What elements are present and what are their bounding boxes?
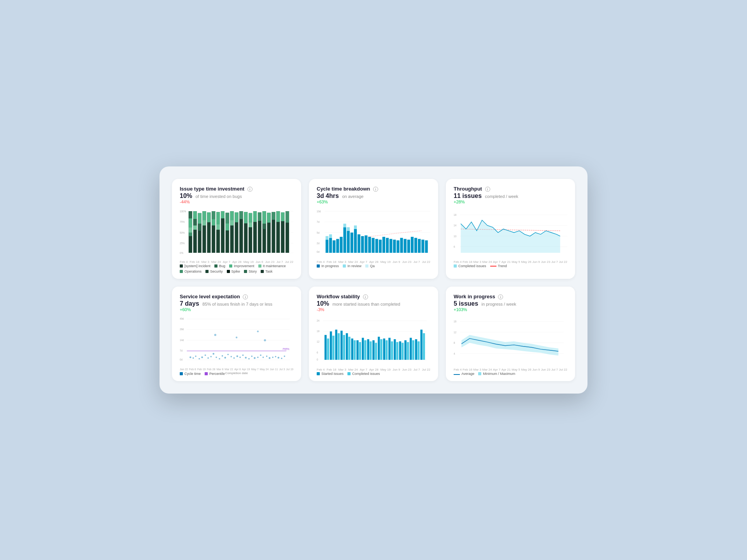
svg-text:10: 10 — [454, 235, 457, 238]
svg-rect-205 — [394, 339, 396, 360]
svg-rect-188 — [348, 337, 350, 360]
svg-rect-44 — [239, 211, 243, 219]
svg-rect-39 — [230, 211, 234, 220]
svg-text:8: 8 — [454, 341, 455, 344]
svg-rect-80 — [329, 234, 332, 238]
svg-rect-206 — [396, 342, 398, 360]
sle-chart: 49d 28d 14d 7d 0d P85% — [180, 315, 293, 369]
svg-rect-191 — [356, 340, 358, 360]
svg-point-145 — [227, 354, 229, 355]
issue-type-title-text: Issue type time investment — [180, 186, 244, 192]
svg-point-142 — [219, 358, 220, 360]
svg-point-132 — [189, 357, 191, 359]
svg-text:25%: 25% — [180, 242, 185, 245]
svg-rect-179 — [324, 335, 326, 360]
svg-point-137 — [205, 355, 206, 356]
svg-text:0%: 0% — [180, 252, 184, 254]
svg-point-147 — [233, 357, 235, 359]
svg-rect-56 — [263, 224, 266, 229]
svg-text:18: 18 — [454, 214, 457, 216]
svg-rect-34 — [221, 211, 224, 218]
svg-rect-91 — [358, 234, 360, 253]
svg-text:50%: 50% — [180, 231, 185, 234]
svg-point-133 — [193, 357, 194, 359]
svg-point-144 — [224, 357, 226, 359]
sle-info-icon[interactable]: i — [243, 294, 248, 299]
svg-point-143 — [222, 355, 223, 357]
svg-point-166 — [277, 357, 279, 359]
svg-rect-58 — [267, 213, 270, 223]
svg-point-134 — [195, 355, 196, 357]
svg-point-168 — [284, 355, 285, 357]
svg-rect-202 — [386, 340, 388, 360]
wip-info-icon[interactable]: i — [498, 294, 503, 299]
svg-text:10d: 10d — [317, 210, 321, 213]
sle-title: Service level expectation i — [180, 294, 293, 299]
workflow-stability-chart: 24 18 12 6 0 — [317, 315, 430, 369]
svg-rect-62 — [276, 211, 280, 222]
svg-point-139 — [210, 356, 212, 357]
svg-rect-108 — [418, 239, 421, 253]
svg-rect-195 — [367, 339, 369, 360]
cycle-time-title: Cycle time breakdown i — [317, 186, 430, 192]
svg-rect-200 — [380, 339, 382, 360]
svg-point-155 — [257, 357, 259, 358]
svg-rect-207 — [399, 341, 401, 360]
svg-rect-16 — [193, 211, 197, 219]
svg-rect-84 — [343, 227, 346, 253]
sle-metric-sub: 85% of issues finish in 7 days or less — [202, 302, 272, 306]
svg-rect-49 — [249, 222, 252, 228]
cycle-time-card: Cycle time breakdown i 3d 4hrs on averag… — [309, 179, 438, 279]
svg-rect-28 — [212, 211, 215, 219]
svg-text:75%: 75% — [180, 220, 185, 223]
sle-metric: 7 days — [180, 300, 199, 307]
svg-rect-102 — [396, 240, 399, 253]
svg-text:7d: 7d — [180, 349, 183, 352]
svg-rect-12 — [189, 219, 192, 228]
throughput-x-labels: Feb 4Feb 18Mar 3Mar 24Apr 7Apr 21May 5Ma… — [454, 260, 567, 264]
svg-rect-82 — [336, 239, 339, 253]
svg-rect-83 — [340, 237, 342, 253]
svg-rect-216 — [423, 333, 425, 360]
svg-point-164 — [272, 357, 274, 358]
svg-rect-88 — [351, 233, 353, 253]
sle-card: Service level expectation i 7 days 85% o… — [172, 287, 301, 381]
svg-rect-32 — [216, 224, 220, 230]
throughput-change: +28% — [454, 200, 567, 204]
svg-text:12: 12 — [454, 331, 457, 334]
svg-text:5d: 5d — [317, 231, 320, 234]
svg-rect-40 — [230, 220, 234, 226]
issue-type-metric-sub: of time invested on bugs — [195, 194, 242, 199]
svg-rect-31 — [216, 212, 220, 224]
svg-rect-198 — [375, 343, 377, 360]
issue-type-info-icon[interactable]: i — [247, 187, 253, 192]
svg-point-153 — [251, 355, 253, 357]
svg-text:12: 12 — [317, 340, 320, 343]
svg-rect-90 — [354, 226, 357, 229]
svg-rect-203 — [388, 338, 390, 360]
throughput-info-icon[interactable]: i — [485, 187, 490, 192]
svg-rect-55 — [263, 211, 266, 224]
svg-point-158 — [236, 336, 238, 338]
dashboard-container: Issue type time investment i 10% of time… — [160, 166, 587, 394]
svg-rect-51 — [253, 211, 257, 222]
issue-type-x-labels: Feb 4Feb 18Mar 3Mar 24Apr 7Apr 28May 19J… — [180, 260, 293, 264]
dashboard-grid: Issue type time investment i 10% of time… — [172, 179, 575, 381]
svg-point-156 — [260, 355, 261, 356]
cycle-time-info-icon[interactable]: i — [373, 187, 378, 192]
throughput-metric-sub: completed / week — [485, 194, 519, 199]
svg-rect-48 — [249, 213, 252, 222]
cycle-time-metric-sub: on average — [342, 194, 363, 199]
svg-rect-209 — [404, 340, 406, 360]
workflow-stability-info-icon[interactable]: i — [363, 294, 368, 299]
svg-text:7d: 7d — [317, 220, 320, 223]
svg-rect-14 — [189, 233, 192, 236]
svg-text:4: 4 — [454, 352, 455, 355]
svg-rect-64 — [281, 212, 284, 221]
svg-text:0d: 0d — [317, 250, 320, 253]
svg-text:28d: 28d — [180, 328, 184, 331]
svg-rect-199 — [378, 337, 380, 360]
svg-rect-37 — [226, 223, 229, 230]
svg-rect-79 — [329, 238, 332, 253]
svg-point-160 — [264, 339, 266, 341]
